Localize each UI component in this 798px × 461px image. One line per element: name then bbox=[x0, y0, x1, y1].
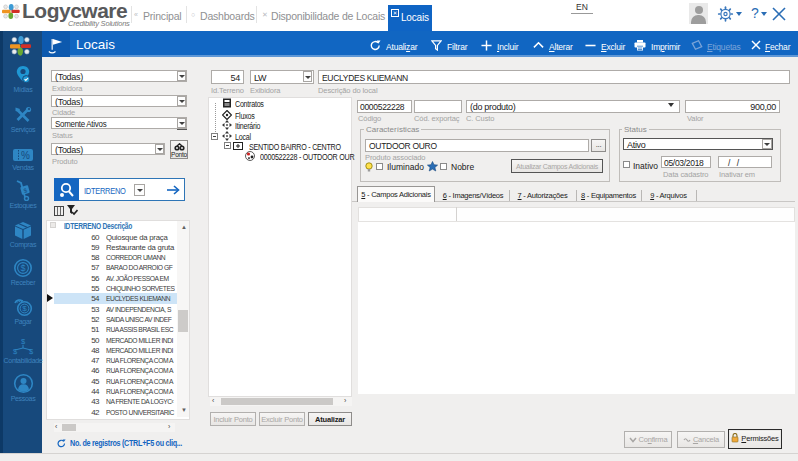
svg-text:$: $ bbox=[29, 347, 34, 356]
svg-text:$: $ bbox=[22, 304, 27, 313]
svg-text:%: % bbox=[21, 150, 30, 161]
svg-text:$: $ bbox=[20, 263, 25, 273]
svg-text:$: $ bbox=[21, 337, 26, 346]
svg-text:$: $ bbox=[13, 347, 18, 356]
